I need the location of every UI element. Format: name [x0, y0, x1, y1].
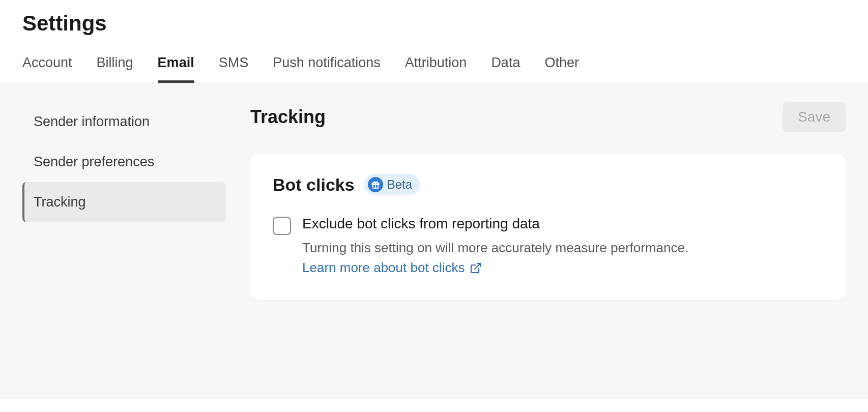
tab-push-notifications[interactable]: Push notifications — [273, 55, 381, 83]
save-button[interactable]: Save — [783, 102, 846, 132]
tab-attribution[interactable]: Attribution — [405, 55, 467, 83]
sidebar-item-sender-information[interactable]: Sender information — [22, 102, 226, 142]
bot-clicks-card: Bot clicks Beta — [250, 154, 846, 300]
gift-icon — [368, 177, 383, 192]
tab-other[interactable]: Other — [544, 55, 579, 83]
sidebar-item-sender-preferences[interactable]: Sender preferences — [22, 142, 226, 182]
section-title: Tracking — [250, 106, 326, 128]
tab-sms[interactable]: SMS — [219, 55, 249, 83]
learn-more-text: Learn more about bot clicks — [302, 258, 465, 278]
page-title: Settings — [0, 0, 868, 41]
option-label: Exclude bot clicks from reporting data — [302, 216, 823, 232]
tab-data[interactable]: Data — [491, 55, 520, 83]
main-header: Tracking Save — [250, 102, 846, 132]
tab-account[interactable]: Account — [22, 55, 72, 83]
external-link-icon — [470, 262, 482, 274]
sidebar-item-tracking[interactable]: Tracking — [22, 182, 226, 222]
beta-badge-label: Beta — [387, 178, 412, 192]
tab-billing[interactable]: Billing — [97, 55, 133, 83]
side-nav: Sender information Sender preferences Tr… — [22, 102, 226, 380]
exclude-bot-clicks-checkbox[interactable] — [273, 217, 291, 235]
beta-badge: Beta — [364, 174, 420, 195]
option-text: Exclude bot clicks from reporting data T… — [302, 216, 823, 278]
option-row: Exclude bot clicks from reporting data T… — [273, 216, 823, 278]
option-desc-text: Turning this setting on will more accura… — [302, 240, 688, 255]
svg-line-3 — [475, 263, 480, 269]
option-description: Turning this setting on will more accura… — [302, 238, 823, 278]
tab-email[interactable]: Email — [158, 55, 194, 83]
content-area: Sender information Sender preferences Tr… — [0, 83, 868, 399]
learn-more-link[interactable]: Learn more about bot clicks — [302, 258, 482, 278]
main-panel: Tracking Save Bot clicks B — [250, 102, 846, 380]
card-heading: Bot clicks — [273, 175, 355, 195]
card-heading-row: Bot clicks Beta — [273, 174, 823, 195]
top-tabs: Account Billing Email SMS Push notificat… — [0, 41, 868, 83]
